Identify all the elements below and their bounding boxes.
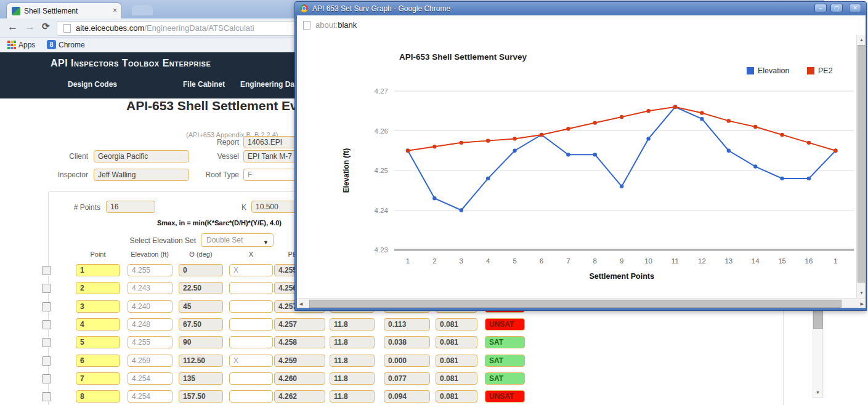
- x-input[interactable]: [229, 390, 273, 403]
- elevation-input[interactable]: 4.254: [128, 390, 172, 403]
- elevation-input[interactable]: 4.255: [128, 264, 172, 276]
- chrome-bookmark-icon[interactable]: 8: [47, 40, 56, 49]
- point-cell[interactable]: 6: [76, 355, 120, 367]
- elevation-set-dropdown[interactable]: Double Set ▼: [201, 233, 274, 247]
- row-checkbox[interactable]: [42, 266, 51, 275]
- url-path: /EngineeringData/ATSCalculati: [144, 23, 254, 33]
- x-input[interactable]: [229, 282, 273, 294]
- smax-cell[interactable]: 0.081: [436, 390, 477, 403]
- row-checkbox[interactable]: [42, 392, 51, 401]
- x-input[interactable]: [229, 318, 273, 331]
- dh-cell[interactable]: 11.8: [330, 372, 375, 385]
- point-cell[interactable]: 8: [76, 390, 120, 403]
- bookmark-chrome[interactable]: Chrome: [59, 41, 85, 49]
- pe2-cell[interactable]: 4.257: [274, 318, 325, 331]
- popup-vscroll-thumb[interactable]: [858, 45, 866, 283]
- minimize-button[interactable]: –: [814, 4, 827, 12]
- x-input[interactable]: [229, 372, 273, 385]
- svg-text:6: 6: [540, 257, 543, 265]
- dh-cell[interactable]: 11.8: [330, 355, 375, 367]
- points-field[interactable]: 16: [106, 201, 155, 213]
- forward-icon[interactable]: →: [25, 21, 35, 33]
- popup-vertical-scrollbar[interactable]: ▲ ▼: [856, 35, 866, 298]
- theta-input[interactable]: 67.50: [179, 318, 223, 331]
- row-checkbox[interactable]: [42, 356, 51, 366]
- client-label: Client: [37, 152, 88, 161]
- x-input[interactable]: X: [229, 264, 273, 276]
- x-input[interactable]: [229, 336, 273, 348]
- status-badge: UNSAT: [485, 318, 525, 331]
- client-field[interactable]: Georgia Pacific: [94, 150, 189, 162]
- elevation-input[interactable]: 4.254: [128, 372, 172, 385]
- theta-input[interactable]: 22.50: [179, 282, 223, 294]
- dropdown-arrow-icon: ▼: [263, 236, 269, 249]
- row-checkbox[interactable]: [42, 338, 51, 347]
- point-cell[interactable]: 5: [76, 336, 120, 348]
- elevation-input[interactable]: 4.243: [128, 282, 172, 294]
- theta-input[interactable]: 135: [179, 372, 223, 385]
- dh-cell[interactable]: 11.8: [330, 336, 375, 348]
- svg-text:Elevation (ft): Elevation (ft): [342, 148, 351, 193]
- new-tab-button[interactable]: [132, 5, 153, 15]
- s-cell[interactable]: 0.094: [384, 390, 430, 403]
- point-cell[interactable]: 2: [76, 282, 120, 294]
- point-cell[interactable]: 1: [76, 264, 120, 276]
- tab-close-icon[interactable]: ×: [113, 6, 117, 15]
- smax-cell[interactable]: 0.081: [436, 318, 477, 331]
- theta-input[interactable]: 45: [179, 300, 223, 313]
- elevation-set-value: Double Set: [206, 236, 243, 244]
- point-cell[interactable]: 3: [76, 300, 120, 313]
- app-brand-title: API Inspectors Toolbox Enterprise: [51, 58, 211, 69]
- pe2-cell[interactable]: 4.260: [274, 372, 325, 385]
- elevation-input[interactable]: 4.240: [128, 300, 172, 313]
- x-input[interactable]: X: [229, 355, 273, 367]
- nav-design-codes[interactable]: Design Codes: [68, 80, 117, 89]
- pe2-cell[interactable]: 4.259: [274, 355, 325, 367]
- close-button[interactable]: ✕: [849, 4, 861, 12]
- scroll-down-icon[interactable]: ▼: [816, 390, 820, 395]
- s-cell[interactable]: 0.077: [384, 372, 430, 385]
- smax-cell[interactable]: 0.081: [436, 336, 477, 348]
- theta-input[interactable]: 0: [179, 264, 223, 276]
- scroll-down-icon[interactable]: ▼: [859, 290, 864, 296]
- row-checkbox[interactable]: [42, 320, 51, 329]
- nav-file-cabinet[interactable]: File Cabinet: [183, 80, 225, 89]
- smax-cell[interactable]: 0.081: [436, 355, 477, 367]
- row-checkbox[interactable]: [42, 374, 51, 383]
- scroll-right-icon[interactable]: ▶: [861, 301, 864, 307]
- maximize-button[interactable]: ▢: [830, 4, 843, 12]
- theta-input[interactable]: 90: [179, 336, 223, 348]
- back-icon[interactable]: ←: [7, 21, 18, 33]
- elevation-input[interactable]: 4.259: [128, 355, 172, 367]
- elevation-input[interactable]: 4.248: [128, 318, 172, 331]
- inspector-field[interactable]: Jeff Walling: [94, 169, 189, 181]
- smax-cell[interactable]: 0.081: [436, 372, 477, 385]
- row-checkbox[interactable]: [42, 284, 51, 293]
- bookmark-apps[interactable]: Apps: [18, 41, 35, 49]
- dh-cell[interactable]: 11.8: [330, 318, 375, 331]
- s-cell[interactable]: 0.000: [384, 355, 430, 367]
- s-cell[interactable]: 0.038: [384, 336, 430, 348]
- dh-cell[interactable]: 11.8: [330, 390, 375, 403]
- scroll-up-icon[interactable]: ▲: [859, 37, 864, 43]
- pe2-cell[interactable]: 4.258: [274, 336, 325, 348]
- select-set-label: Select Elevation Set: [86, 236, 196, 245]
- scroll-left-icon[interactable]: ◀: [299, 301, 302, 307]
- elevation-input[interactable]: 4.255: [128, 336, 172, 348]
- point-cell[interactable]: 7: [76, 372, 120, 385]
- popup-horizontal-scrollbar[interactable]: ◀ ▶: [297, 298, 866, 308]
- apps-grid-icon[interactable]: [7, 41, 16, 49]
- s-cell[interactable]: 0.113: [384, 318, 430, 331]
- pe2-cell[interactable]: 4.262: [274, 390, 325, 403]
- x-input[interactable]: [229, 300, 273, 313]
- browser-tab[interactable]: Shell Settlement ×: [6, 2, 122, 19]
- row-checkbox[interactable]: [42, 302, 51, 311]
- popup-title-bar[interactable]: API 653 Set Surv Graph - Google Chrome –…: [295, 2, 866, 15]
- theta-input[interactable]: 157.50: [179, 390, 223, 403]
- reload-icon[interactable]: ⟳: [42, 21, 50, 32]
- popup-hscroll-thumb[interactable]: [309, 300, 842, 308]
- popup-url-bar[interactable]: about:blank: [297, 15, 866, 36]
- nav-engineering-data[interactable]: Engineering Data: [240, 80, 301, 89]
- theta-input[interactable]: 112.50: [179, 355, 223, 367]
- point-cell[interactable]: 4: [76, 318, 120, 331]
